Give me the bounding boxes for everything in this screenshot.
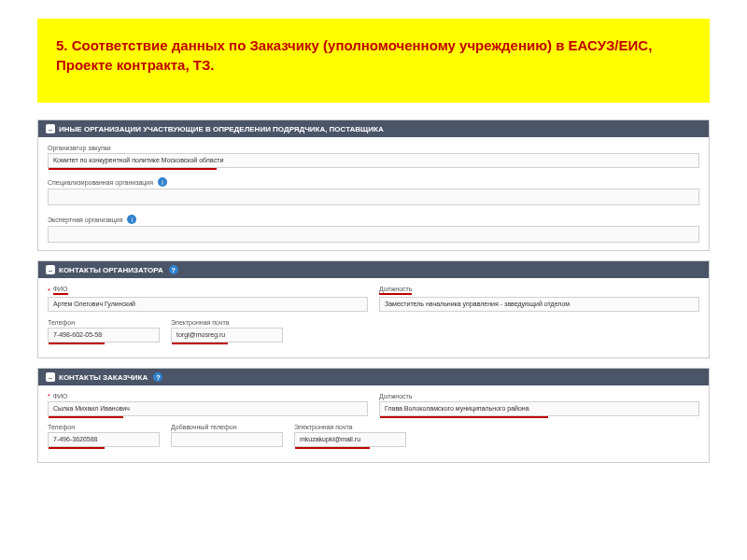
specialized-label: Специализированная организация i	[48, 177, 699, 187]
panel-other-orgs: – ИНЫЕ ОРГАНИЗАЦИИ УЧАСТВУЮЩИЕ В ОПРЕДЕЛ…	[37, 119, 710, 251]
email-label: Электронная почта	[294, 424, 406, 430]
panel-body: *ФИО Артем Олегович Гулинский Должность …	[38, 278, 709, 357]
collapse-icon[interactable]: –	[46, 265, 55, 274]
position-input[interactable]: Глава Волоколамского муниципального райо…	[379, 401, 699, 416]
banner-title: 5. Соответствие данных по Заказчику (упо…	[56, 35, 691, 75]
phone-field: Телефон 7-496-3626588	[48, 424, 160, 447]
fio-input[interactable]: Сылка Михаил Иванович	[48, 401, 368, 416]
email-field: Электронная почта mkuzakupki@mail.ru	[294, 424, 406, 447]
panel-body: *ФИО Сылка Михаил Иванович Должность Гла…	[38, 385, 709, 462]
fio-label: *ФИО	[48, 286, 368, 295]
panel-customer-contacts: – КОНТАКТЫ ЗАКАЗЧИКА ? *ФИО Сылка Михаил…	[37, 368, 710, 463]
fio-label: *ФИО	[48, 393, 368, 399]
phone-label: Телефон	[48, 424, 160, 430]
email-input[interactable]: torgi@mosreg.ru	[171, 328, 283, 343]
collapse-icon[interactable]: –	[46, 372, 55, 382]
organizer-field: Организатор закупки Комитет по конкурент…	[48, 145, 699, 168]
panel-organizer-contacts: – КОНТАКТЫ ОРГАНИЗАТОРА ? *ФИО Артем Оле…	[37, 260, 710, 358]
info-icon[interactable]: i	[158, 177, 167, 187]
phone-input[interactable]: 7-498-602-05-58	[48, 328, 160, 343]
panel-body: Организатор закупки Комитет по конкурент…	[38, 137, 709, 250]
email-label: Электронная почта	[171, 319, 283, 326]
slide-container: 5. Соответствие данных по Заказчику (упо…	[0, 0, 747, 491]
organizer-label: Организатор закупки	[48, 145, 699, 151]
info-icon[interactable]: i	[127, 215, 136, 224]
extra-phone-field: Добавочный телефон	[171, 424, 283, 447]
info-icon[interactable]: ?	[153, 372, 162, 382]
panel-title: КОНТАКТЫ ЗАКАЗЧИКА	[59, 373, 148, 382]
phone-label: Телефон	[48, 319, 160, 326]
position-field: Должность Глава Волоколамского муниципал…	[379, 393, 699, 416]
panel-title: КОНТАКТЫ ОРГАНИЗАТОРА	[59, 266, 163, 274]
organizer-input[interactable]: Комитет по конкурентной политике Московс…	[48, 153, 699, 168]
fio-field: *ФИО Сылка Михаил Иванович	[48, 393, 368, 416]
position-field: Должность Заместитель начальника управле…	[379, 286, 699, 312]
position-input[interactable]: Заместитель начальника управления - заве…	[379, 297, 699, 312]
phone-input[interactable]: 7-496-3626588	[48, 432, 160, 447]
title-banner: 5. Соответствие данных по Заказчику (упо…	[37, 19, 710, 103]
phone-field: Телефон 7-498-602-05-58	[48, 319, 160, 343]
panel-header-organizer[interactable]: – КОНТАКТЫ ОРГАНИЗАТОРА ?	[38, 261, 709, 278]
position-label: Должность	[379, 286, 699, 295]
expert-field: Экспертная организация i	[48, 215, 699, 243]
specialized-field: Специализированная организация i	[48, 177, 699, 205]
expert-label: Экспертная организация i	[48, 215, 699, 224]
fio-input[interactable]: Артем Олегович Гулинский	[48, 297, 368, 312]
position-label: Должность	[379, 393, 699, 399]
panel-header-customer[interactable]: – КОНТАКТЫ ЗАКАЗЧИКА ?	[38, 369, 709, 385]
extra-phone-input[interactable]	[171, 432, 283, 447]
info-icon[interactable]: ?	[169, 265, 178, 274]
specialized-input[interactable]	[48, 189, 699, 205]
expert-input[interactable]	[48, 226, 699, 243]
fio-field: *ФИО Артем Олегович Гулинский	[48, 286, 368, 312]
panel-title: ИНЫЕ ОРГАНИЗАЦИИ УЧАСТВУЮЩИЕ В ОПРЕДЕЛЕН…	[59, 125, 384, 133]
email-field: Электронная почта torgi@mosreg.ru	[171, 319, 283, 343]
panel-header-other-orgs[interactable]: – ИНЫЕ ОРГАНИЗАЦИИ УЧАСТВУЮЩИЕ В ОПРЕДЕЛ…	[38, 120, 709, 137]
email-input[interactable]: mkuzakupki@mail.ru	[294, 432, 406, 447]
collapse-icon[interactable]: –	[46, 124, 55, 133]
extra-phone-label: Добавочный телефон	[171, 424, 283, 430]
